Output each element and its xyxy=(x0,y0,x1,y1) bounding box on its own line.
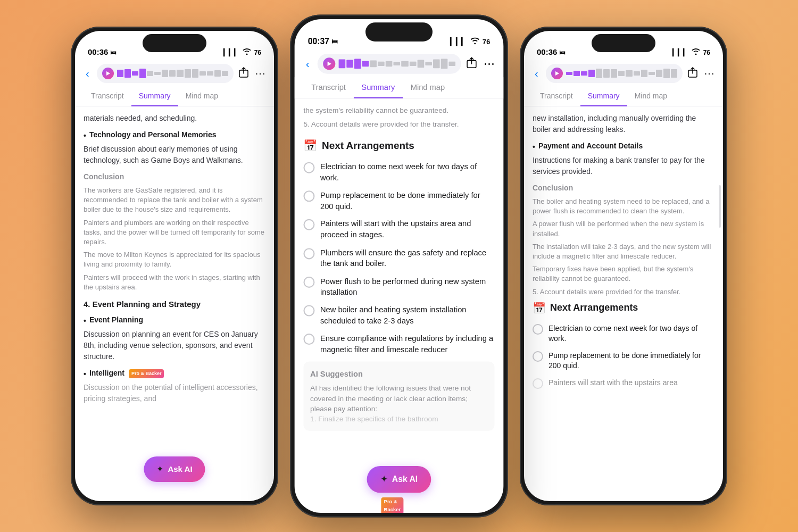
tab-mindmap-middle[interactable]: Mind map xyxy=(403,77,453,98)
status-time-right: 00:36 🛏 xyxy=(537,47,565,56)
tab-transcript-left[interactable]: Transcript xyxy=(84,86,131,106)
checkbox-text-1-right: Electrician to come next week for two da… xyxy=(548,323,714,344)
tab-transcript-middle[interactable]: Transcript xyxy=(303,77,353,98)
back-button-left[interactable]: ‹ xyxy=(84,65,92,82)
play-icon-middle xyxy=(328,62,331,66)
back-button-right[interactable]: ‹ xyxy=(533,65,541,82)
ai-suggestion-item-middle: 1. Finalize the specifics of the bathroo… xyxy=(310,414,488,424)
intelligent-text: Discussion on the potential of intellige… xyxy=(84,382,265,404)
checkbox-text-1-middle: Electrician to come next week for two da… xyxy=(320,162,495,184)
tab-bar-middle: Transcript Summary Mind map xyxy=(295,77,504,98)
checkbox-item-6-middle: New boiler and heating system installati… xyxy=(303,304,494,326)
checkbox-item-3-middle: Painters will start with the upstairs ar… xyxy=(303,219,494,240)
top-actions-left: ⋯ xyxy=(239,67,265,80)
content-right: new installation, including manually ove… xyxy=(524,106,723,501)
tab-summary-left[interactable]: Summary xyxy=(131,86,178,106)
phone-left: 00:36 🛏 ▎▎▎ 76 ‹ xyxy=(71,27,278,505)
checkbox-5-middle[interactable] xyxy=(303,277,314,288)
conclusion-header-right: Conclusion xyxy=(533,182,714,194)
checkbox-7-middle[interactable] xyxy=(303,334,314,345)
next-arrangements-header-right: 📅 Next Arrangements xyxy=(533,300,714,316)
checkbox-text-3-middle: Painters will start with the upstairs ar… xyxy=(320,219,495,240)
checkbox-6-middle[interactable] xyxy=(303,305,314,316)
ask-ai-button-middle[interactable]: ✦ Ask AI xyxy=(367,466,431,493)
play-button-left[interactable] xyxy=(102,68,114,79)
tab-mindmap-left[interactable]: Mind map xyxy=(178,86,226,106)
pre-item-1-middle: the system's reliability cannot be guara… xyxy=(303,105,494,116)
checkbox-3-right[interactable] xyxy=(533,378,543,389)
phone-screen-right: 00:36 🛏 ▎▎▎ 76 ‹ xyxy=(524,31,723,501)
play-icon-right xyxy=(555,71,559,76)
battery-icon-left: 76 xyxy=(254,49,261,56)
checkbox-3-middle[interactable] xyxy=(303,219,314,230)
conclusion-item-4-right: Temporary fixes have been applied, but t… xyxy=(533,264,714,284)
calendar-icon-right: 📅 xyxy=(533,300,546,316)
back-button-middle[interactable]: ‹ xyxy=(303,55,311,73)
phone-screen-left: 00:36 🛏 ▎▎▎ 76 ‹ xyxy=(75,31,274,501)
phone-screen-middle: 00:37 🛏 ▎▎▎ 76 ‹ xyxy=(295,19,504,513)
more-button-middle[interactable]: ⋯ xyxy=(484,57,495,70)
wifi-icon-right xyxy=(692,48,700,56)
status-icons-right: ▎▎▎ 76 xyxy=(672,48,710,56)
payment-text-right: Instructions for making a bank transfer … xyxy=(533,155,714,177)
pre-item-2-middle: 5. Account details were provided for the… xyxy=(303,118,494,129)
scroll-indicator-right xyxy=(719,185,721,228)
signal-icon-right: ▎▎▎ xyxy=(672,48,688,56)
wifi-icon-middle xyxy=(470,38,479,46)
ask-ai-icon-left: ✦ xyxy=(156,463,163,476)
next-arrangements-header-middle: 📅 Next Arrangements xyxy=(303,137,494,154)
share-button-right[interactable] xyxy=(688,67,697,80)
status-time-left: 00:36 🛏 xyxy=(88,47,116,56)
ai-suggestion-middle: AI Suggestion AI has identified the foll… xyxy=(303,362,494,431)
play-button-middle[interactable] xyxy=(323,57,335,70)
checkbox-item-2-right: Pump replacement to be done immediately … xyxy=(533,351,714,371)
content-middle: the system's reliability cannot be guara… xyxy=(295,98,504,513)
more-button-right[interactable]: ⋯ xyxy=(704,67,714,80)
checkbox-item-4-middle: Plumbers will ensure the gas safety and … xyxy=(303,247,494,269)
payment-header-right: • Payment and Account Details xyxy=(533,140,714,153)
waveform-right xyxy=(566,69,677,78)
dynamic-island-right xyxy=(592,34,655,52)
subsection-text-tech: Brief discussion about early memories of… xyxy=(84,144,265,166)
audio-player-middle[interactable] xyxy=(317,54,461,74)
checkbox-4-middle[interactable] xyxy=(303,248,314,259)
play-button-right[interactable] xyxy=(551,68,563,79)
tab-summary-right[interactable]: Summary xyxy=(580,86,627,106)
audio-player-right[interactable] xyxy=(546,64,683,83)
checkbox-item-1-middle: Electrician to come next week for two da… xyxy=(303,162,494,184)
checkbox-text-7-middle: Ensure compliance with regulations by in… xyxy=(320,333,495,355)
conclusion-item-2-right: A power flush will be performed when the… xyxy=(533,219,714,238)
top-actions-right: ⋯ xyxy=(688,67,714,80)
share-button-middle[interactable] xyxy=(467,57,477,71)
checkbox-2-right[interactable] xyxy=(533,351,543,362)
status-icons-middle: ▎▎▎ 76 xyxy=(450,38,490,46)
content-left: materials needed, and scheduling. • Tech… xyxy=(75,106,274,501)
tab-mindmap-right[interactable]: Mind map xyxy=(627,86,675,106)
checkbox-text-2-middle: Pump replacement to be done immediately … xyxy=(320,190,495,212)
checkbox-text-6-middle: New boiler and heating system installati… xyxy=(320,304,495,326)
ask-ai-button-left[interactable]: ✦ Ask AI xyxy=(144,456,205,482)
subsection-header-tech: • Technology and Personal Memories xyxy=(84,129,265,142)
checkbox-item-2-middle: Pump replacement to be done immediately … xyxy=(303,190,494,212)
audio-player-left[interactable] xyxy=(97,64,234,83)
share-button-left[interactable] xyxy=(239,67,248,80)
tab-summary-middle[interactable]: Summary xyxy=(354,77,403,98)
tab-transcript-right[interactable]: Transcript xyxy=(533,86,580,106)
phone-frame-right: 00:36 🛏 ▎▎▎ 76 ‹ xyxy=(520,27,727,505)
phone-frame-middle: 00:37 🛏 ▎▎▎ 76 ‹ xyxy=(290,15,508,518)
ai-suggestion-text-middle: AI has identified the following issues t… xyxy=(310,384,488,414)
tab-bar-left: Transcript Summary Mind map xyxy=(75,86,274,106)
checkbox-1-middle[interactable] xyxy=(303,162,314,173)
waveform-left xyxy=(117,69,228,78)
checkbox-item-3-right: Painters will start with the upstairs ar… xyxy=(533,378,714,389)
conclusion-item-1-right: The boiler and heating system need to be… xyxy=(533,197,714,216)
pre-text-left: materials needed, and scheduling. xyxy=(84,113,265,124)
phone-middle: 00:37 🛏 ▎▎▎ 76 ‹ xyxy=(290,15,508,518)
more-button-left[interactable]: ⋯ xyxy=(255,67,265,80)
checkbox-1-right[interactable] xyxy=(533,324,543,335)
conclusion-item-5-right: 5. Account details were provided for the… xyxy=(533,287,714,297)
signal-icon-left: ▎▎▎ xyxy=(223,48,239,56)
checkbox-2-middle[interactable] xyxy=(303,190,314,202)
checkbox-text-5-middle: Power flush to be performed during new s… xyxy=(320,276,495,298)
status-icons-left: ▎▎▎ 76 xyxy=(223,48,261,56)
